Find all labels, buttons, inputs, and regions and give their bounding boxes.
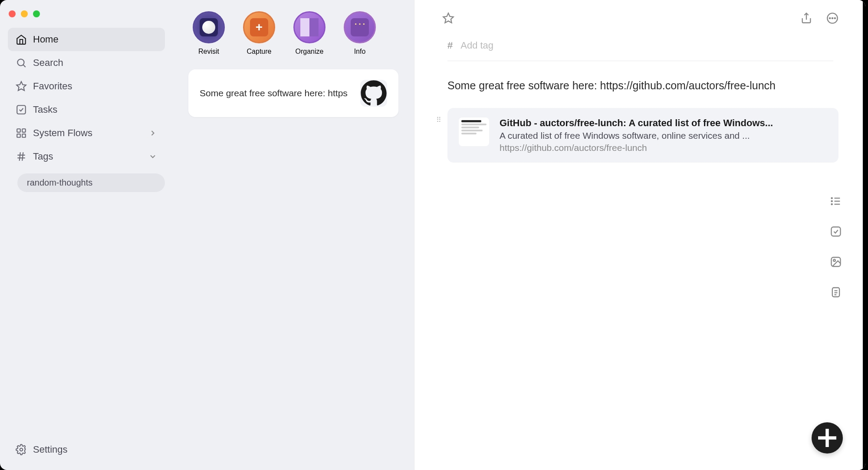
- sidebar-item-search[interactable]: Search: [8, 51, 165, 75]
- sidebar-item-tasks[interactable]: Tasks: [8, 98, 165, 121]
- svg-point-15: [832, 18, 833, 19]
- svg-point-16: [835, 18, 835, 19]
- svg-rect-2: [17, 105, 26, 114]
- svg-point-14: [829, 18, 830, 19]
- sidebar-label-favorites: Favorites: [33, 81, 72, 92]
- editor-toolbar: [830, 195, 842, 298]
- link-description: A curated list of free Windows software,…: [500, 131, 827, 141]
- sidebar-label-tags: Tags: [33, 151, 53, 162]
- close-window-button[interactable]: [9, 10, 16, 17]
- hash-icon: #: [447, 40, 453, 51]
- svg-rect-3: [17, 129, 20, 132]
- link-title: GitHub - auctors/free-lunch: A curated l…: [500, 118, 827, 129]
- image-tool-button[interactable]: [830, 256, 842, 268]
- chevron-down-icon: [148, 152, 157, 161]
- svg-point-21: [832, 201, 832, 202]
- file-tool-button[interactable]: [830, 286, 842, 298]
- tag-input-row[interactable]: # Add tag: [442, 40, 838, 51]
- svg-line-10: [22, 152, 23, 161]
- share-button[interactable]: [800, 12, 812, 24]
- sidebar-item-settings[interactable]: Settings: [8, 438, 165, 461]
- divider: [447, 61, 833, 61]
- organize-icon: [293, 11, 326, 43]
- sidebar: Home Search Favorites Tasks S: [0, 0, 173, 470]
- hash-icon: [16, 151, 27, 162]
- grid-icon: [16, 127, 27, 139]
- chevron-right-icon: [148, 129, 157, 137]
- link-url: https://github.com/auctors/free-lunch: [500, 143, 827, 153]
- info-icon: [344, 11, 376, 43]
- category-label-capture: Capture: [247, 48, 272, 55]
- checkbox-icon: [16, 104, 27, 115]
- sidebar-item-favorites[interactable]: Favorites: [8, 75, 165, 98]
- svg-marker-12: [443, 13, 453, 23]
- more-button[interactable]: [826, 12, 838, 24]
- category-label-organize: Organize: [296, 48, 324, 55]
- sidebar-item-home[interactable]: Home: [8, 28, 165, 51]
- note-body-text[interactable]: Some great free software here: https://g…: [442, 78, 838, 94]
- sidebar-label-home: Home: [33, 34, 59, 45]
- svg-marker-1: [16, 82, 26, 91]
- category-info[interactable]: Info: [344, 11, 376, 55]
- svg-point-0: [17, 59, 24, 65]
- link-thumbnail: [459, 118, 489, 146]
- add-button[interactable]: [812, 422, 843, 454]
- svg-point-22: [832, 204, 832, 205]
- github-icon: [360, 80, 387, 107]
- maximize-window-button[interactable]: [33, 10, 40, 17]
- window-edge: [863, 0, 865, 470]
- sidebar-item-system-flows[interactable]: System Flows: [8, 121, 165, 145]
- category-label-info: Info: [354, 48, 366, 55]
- tag-input-placeholder: Add tag: [460, 40, 493, 51]
- revisit-icon: [193, 11, 225, 43]
- note-detail-panel: # Add tag Some great free software here:…: [414, 0, 863, 470]
- sidebar-label-tasks: Tasks: [33, 104, 57, 115]
- note-card-text: Some great free software here: https: [200, 88, 353, 98]
- minimize-window-button[interactable]: [21, 10, 28, 17]
- svg-rect-4: [22, 129, 26, 132]
- search-icon: [16, 57, 27, 69]
- svg-rect-6: [22, 134, 26, 137]
- checkbox-tool-button[interactable]: [830, 225, 842, 238]
- category-capture[interactable]: Capture: [243, 11, 275, 55]
- svg-rect-5: [17, 134, 20, 137]
- list-tool-button[interactable]: [830, 195, 842, 207]
- sidebar-label-settings: Settings: [33, 444, 68, 455]
- category-label-revisit: Revisit: [198, 48, 219, 55]
- sidebar-item-tags[interactable]: Tags: [8, 145, 165, 168]
- detail-header: [442, 12, 838, 24]
- svg-line-9: [20, 152, 20, 161]
- link-preview-card[interactable]: ⠿ GitHub - auctors/free-lunch: A curated…: [447, 108, 838, 163]
- svg-point-11: [20, 448, 23, 451]
- tag-random-thoughts[interactable]: random-thoughts: [17, 173, 165, 192]
- category-revisit[interactable]: Revisit: [193, 11, 225, 55]
- sidebar-label-system-flows: System Flows: [33, 127, 92, 139]
- app-window: Home Search Favorites Tasks S: [0, 0, 865, 470]
- drag-handle-icon[interactable]: ⠿: [436, 118, 441, 122]
- category-organize[interactable]: Organize: [293, 11, 326, 55]
- home-icon: [16, 34, 27, 45]
- sidebar-label-search: Search: [33, 57, 63, 69]
- category-row: Revisit Capture Organize Info: [188, 11, 398, 55]
- gear-icon: [16, 444, 27, 455]
- svg-rect-23: [832, 227, 841, 236]
- favorite-button[interactable]: [442, 12, 454, 24]
- svg-point-20: [832, 198, 832, 199]
- notes-list-panel: Revisit Capture Organize Info Some great…: [173, 0, 414, 470]
- star-icon: [16, 81, 27, 92]
- capture-icon: [243, 11, 275, 43]
- window-controls: [9, 10, 40, 17]
- note-card[interactable]: Some great free software here: https: [188, 69, 398, 117]
- svg-point-25: [833, 259, 835, 261]
